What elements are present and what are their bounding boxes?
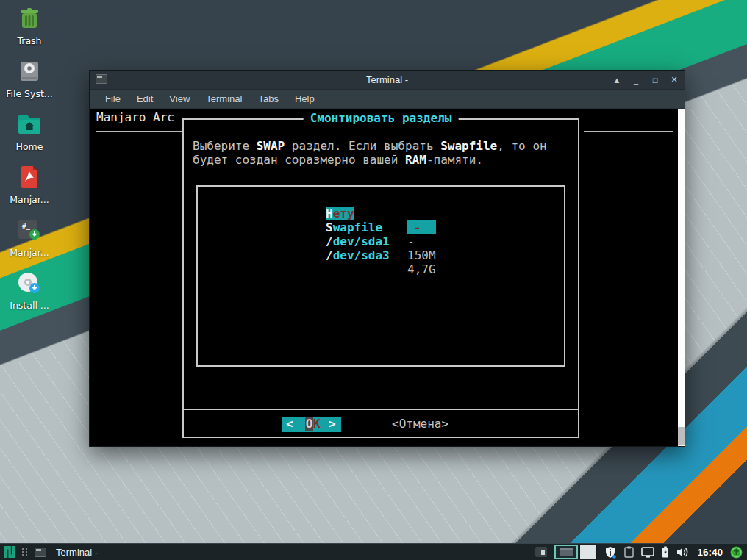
tui-backdrop-title: Manjaro Arc — [96, 110, 174, 124]
scrollbar-thumb[interactable] — [678, 427, 685, 445]
list-item-swapfile[interactable]: Swapfile - — [198, 207, 268, 220]
workspace-1-active[interactable] — [554, 545, 578, 559]
list-item-dev-sda3[interactable]: /dev/sda3 4,7G — [198, 234, 268, 248]
shade-button[interactable]: ▲ — [612, 76, 621, 85]
cancel-button[interactable]: <Отмена> — [392, 417, 448, 431]
menu-help[interactable]: Help — [288, 91, 321, 107]
volume-icon[interactable] — [676, 547, 690, 558]
dialog-button-separator — [184, 409, 578, 410]
dialog-title: Смонтировать разделы — [304, 111, 459, 125]
taskbar: Terminal - 1 — [0, 543, 747, 560]
display-icon[interactable] — [641, 547, 654, 558]
show-desktop-icon[interactable] — [535, 547, 547, 557]
window-titlebar[interactable]: Terminal - ▲ _ □ ✕ — [90, 71, 685, 89]
trash-icon — [0, 6, 59, 31]
desktop-icon-home[interactable]: Home — [0, 112, 59, 152]
terminal-window: Terminal - ▲ _ □ ✕ File Edit View Termin… — [89, 70, 685, 447]
update-notifier-icon[interactable] — [730, 546, 743, 559]
desktop-icon-manjaro-installer[interactable]: #_ Manjar... — [0, 218, 59, 258]
desktop-icon-list: Trash File Syst... Home — [0, 6, 59, 323]
menu-tabs[interactable]: Tabs — [251, 91, 285, 107]
terminal-scrollbar[interactable] — [678, 109, 685, 446]
terminal-download-icon: #_ — [0, 218, 59, 243]
security-shield-icon[interactable] — [604, 546, 617, 559]
list-item-size: 4,7G — [407, 262, 436, 276]
menu-edit[interactable]: Edit — [130, 91, 160, 107]
desktop-icon-label: Install ... — [0, 300, 59, 311]
menu-file[interactable]: File — [99, 91, 127, 107]
desktop-icon-label: Manjar... — [0, 247, 59, 258]
svg-text:#_: #_ — [22, 223, 30, 230]
hard-drive-icon — [0, 59, 59, 84]
swap-partition-list: Нету - Swapfile - /dev/sda1 150M /dev/sd… — [196, 185, 565, 367]
menu-view[interactable]: View — [162, 91, 196, 107]
tui-dialog-mount-partitions: Смонтировать разделы Выберите SWAP разде… — [182, 118, 579, 438]
close-button[interactable]: ✕ — [670, 75, 679, 85]
dialog-body-text: Выберите SWAP раздел. Если выбрать Swapf… — [193, 139, 547, 167]
tui-backdrop-rule-right — [584, 131, 673, 132]
workspace-2[interactable] — [579, 545, 597, 559]
clock[interactable]: 16:40 — [697, 547, 723, 558]
desktop-icon-trash[interactable]: Trash — [0, 6, 59, 46]
menu-terminal[interactable]: Terminal — [199, 91, 249, 107]
minimize-button[interactable]: _ — [632, 76, 640, 85]
pdf-icon — [0, 165, 59, 190]
cursor-block: O — [305, 417, 313, 431]
list-item-dev-sda1[interactable]: /dev/sda1 150M — [198, 220, 268, 234]
list-item-none[interactable]: Нету - — [198, 193, 268, 207]
taskbar-window-button[interactable]: Terminal - — [56, 547, 98, 558]
menu-bar: File Edit View Terminal Tabs Help — [90, 89, 685, 108]
list-item-size: - — [407, 220, 436, 234]
list-item-size: 150M — [407, 248, 436, 262]
window-title: Terminal - — [90, 71, 685, 89]
desktop-icon-label: Trash — [0, 35, 59, 46]
task-terminal-icon[interactable] — [35, 548, 46, 557]
desktop-icon-label: File Syst... — [0, 88, 59, 99]
desktop-icon-label: Manjar... — [0, 194, 59, 205]
tui-backdrop-rule-left — [96, 131, 182, 132]
desktop-icon-manjaro-pdf[interactable]: Manjar... — [0, 165, 59, 205]
workspace-window-thumb — [560, 548, 573, 556]
maximize-button[interactable]: □ — [651, 76, 660, 85]
list-item-size: - — [407, 234, 415, 248]
manjaro-menu-icon[interactable] — [4, 546, 15, 558]
workspace-switcher[interactable] — [554, 545, 597, 559]
cd-download-icon — [0, 270, 59, 295]
terminal-screen[interactable]: Manjaro Arc Смонтировать разделы Выберит… — [90, 109, 685, 446]
desktop-icon-install-cd[interactable]: Install ... — [0, 270, 59, 311]
home-folder-icon — [0, 112, 59, 137]
desktop-icon-label: Home — [0, 141, 59, 152]
window-list-icon[interactable] — [22, 548, 28, 556]
battery-icon[interactable] — [662, 546, 669, 558]
clipboard-icon[interactable] — [624, 546, 634, 558]
desktop-icon-filesystem[interactable]: File Syst... — [0, 59, 59, 99]
ok-button[interactable]: < O K > — [282, 417, 341, 432]
